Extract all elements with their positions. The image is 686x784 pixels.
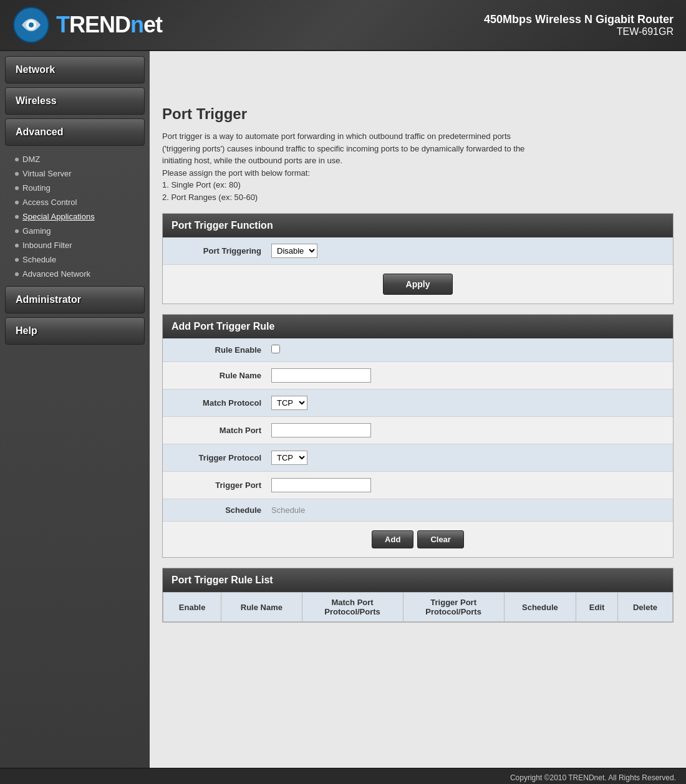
trigger-protocol-select[interactable]: TCP UDP Both	[271, 451, 307, 465]
sidebar-item-access-control[interactable]: Access Control	[5, 195, 145, 209]
trendnet-logo-icon	[12, 6, 50, 44]
port-trigger-function-body: Port Triggering Disable Enable Apply	[163, 237, 673, 304]
rule-name-control	[271, 368, 664, 383]
main-content: SetupRouter.com Port Trigger Port trigge…	[150, 51, 686, 768]
footer: Copyright ©2010 TRENDnet. All Rights Res…	[0, 768, 686, 784]
rule-enable-row: Rule Enable	[163, 338, 673, 362]
match-protocol-select[interactable]: TCP UDP Both	[271, 396, 307, 410]
device-model: 450Mbps Wireless N Gigabit Router	[484, 13, 674, 26]
device-info: 450Mbps Wireless N Gigabit Router TEW-69…	[484, 13, 674, 37]
rule-list-header: Port Trigger Rule List	[163, 568, 673, 592]
bullet-icon	[15, 158, 19, 161]
sidebar-item-advanced-network[interactable]: Advanced Network	[5, 267, 145, 281]
match-port-input[interactable]	[271, 423, 371, 437]
port-triggering-control: Disable Enable	[271, 244, 664, 258]
col-trigger-port: Trigger PortProtocol/Ports	[403, 593, 504, 622]
trigger-protocol-control: TCP UDP Both	[271, 451, 664, 465]
svg-point-2	[29, 22, 34, 27]
match-protocol-control: TCP UDP Both	[271, 396, 664, 410]
bullet-icon	[15, 229, 19, 233]
schedule-value: Schedule	[271, 505, 305, 515]
apply-btn-row: Apply	[163, 265, 673, 304]
nav-administrator[interactable]: Administrator	[5, 286, 145, 313]
match-protocol-row: Match Protocol TCP UDP Both	[163, 390, 673, 417]
sidebar-item-virtual-server[interactable]: Virtual Server	[5, 166, 145, 181]
match-port-label: Match Port	[172, 426, 271, 435]
port-trigger-rule-list-section: Port Trigger Rule List Enable Rule Name …	[162, 568, 674, 623]
add-rule-body: Rule Enable Rule Name Match Protocol	[163, 338, 673, 557]
port-trigger-function-header: Port Trigger Function	[163, 214, 673, 237]
layout: Network Wireless Advanced DMZ Virtual Se…	[0, 51, 686, 768]
description: Port trigger is a way to automate port f…	[162, 130, 674, 203]
col-rule-name: Rule Name	[221, 593, 302, 622]
bullet-icon	[15, 272, 19, 276]
sidebar-item-schedule[interactable]: Schedule	[5, 252, 145, 267]
rule-enable-checkbox[interactable]	[271, 345, 280, 353]
rule-list-table: Enable Rule Name Match PortProtocol/Port…	[163, 592, 673, 622]
rule-name-input[interactable]	[271, 368, 371, 383]
col-schedule: Schedule	[504, 593, 576, 622]
rule-enable-control	[271, 345, 664, 355]
trigger-port-row: Trigger Port	[163, 472, 673, 499]
add-rule-header: Add Port Trigger Rule	[163, 315, 673, 338]
rule-name-label: Rule Name	[172, 371, 271, 380]
copyright-text: Copyright ©2010 TRENDnet. All Rights Res…	[510, 773, 676, 782]
col-enable: Enable	[163, 593, 221, 622]
nav-help[interactable]: Help	[5, 317, 145, 345]
device-sku: TEW-691GR	[484, 26, 674, 37]
bullet-icon	[15, 258, 19, 262]
port-triggering-row: Port Triggering Disable Enable	[163, 237, 673, 265]
port-trigger-function-section: Port Trigger Function Port Triggering Di…	[162, 213, 674, 304]
add-clear-btn-row: Add Clear	[163, 522, 673, 557]
trigger-protocol-row: Trigger Protocol TCP UDP Both	[163, 444, 673, 472]
schedule-row: Schedule Schedule	[163, 499, 673, 522]
nav-wireless[interactable]: Wireless	[5, 87, 145, 115]
bullet-icon	[15, 172, 19, 176]
trigger-protocol-label: Trigger Protocol	[172, 453, 271, 462]
rule-name-row: Rule Name	[163, 362, 673, 390]
table-header-row: Enable Rule Name Match PortProtocol/Port…	[163, 593, 673, 622]
sidebar-item-special-applications[interactable]: Special Applications	[5, 209, 145, 224]
bullet-icon	[15, 215, 19, 219]
col-match-port: Match PortProtocol/Ports	[302, 593, 403, 622]
sidebar-item-inbound-filter[interactable]: Inbound Filter	[5, 238, 145, 252]
bullet-icon	[15, 244, 19, 247]
nav-advanced[interactable]: Advanced	[5, 118, 145, 146]
nav-network[interactable]: Network	[5, 56, 145, 84]
clear-button[interactable]: Clear	[417, 530, 464, 548]
col-edit: Edit	[576, 593, 618, 622]
logo-text: TRENDnet	[56, 12, 162, 38]
rule-enable-label: Rule Enable	[172, 345, 271, 355]
match-port-row: Match Port	[163, 417, 673, 444]
match-protocol-label: Match Protocol	[172, 398, 271, 408]
rule-list-body: Enable Rule Name Match PortProtocol/Port…	[163, 592, 673, 622]
sidebar-item-dmz[interactable]: DMZ	[5, 152, 145, 166]
port-triggering-select[interactable]: Disable Enable	[271, 244, 317, 258]
page-title: Port Trigger	[162, 105, 674, 123]
add-port-trigger-rule-section: Add Port Trigger Rule Rule Enable Rule N…	[162, 314, 674, 558]
trigger-port-input[interactable]	[271, 478, 371, 492]
trigger-port-label: Trigger Port	[172, 480, 271, 490]
schedule-label: Schedule	[172, 505, 271, 515]
sidebar-item-routing[interactable]: Routing	[5, 181, 145, 195]
advanced-submenu: DMZ Virtual Server Routing Access Contro…	[5, 150, 145, 286]
sidebar-item-gaming[interactable]: Gaming	[5, 224, 145, 238]
apply-button[interactable]: Apply	[383, 274, 453, 295]
col-delete: Delete	[617, 593, 672, 622]
trigger-port-control	[271, 478, 664, 492]
sidebar: Network Wireless Advanced DMZ Virtual Se…	[0, 51, 150, 768]
add-button[interactable]: Add	[372, 530, 413, 548]
bullet-icon	[15, 186, 19, 190]
port-triggering-label: Port Triggering	[172, 246, 271, 256]
desc-line-1: Port trigger is a way to automate port f…	[162, 131, 524, 202]
bullet-icon	[15, 201, 19, 204]
logo-area: TRENDnet	[12, 6, 162, 44]
schedule-control: Schedule	[271, 505, 664, 515]
match-port-control	[271, 423, 664, 437]
header: TRENDnet 450Mbps Wireless N Gigabit Rout…	[0, 0, 686, 51]
